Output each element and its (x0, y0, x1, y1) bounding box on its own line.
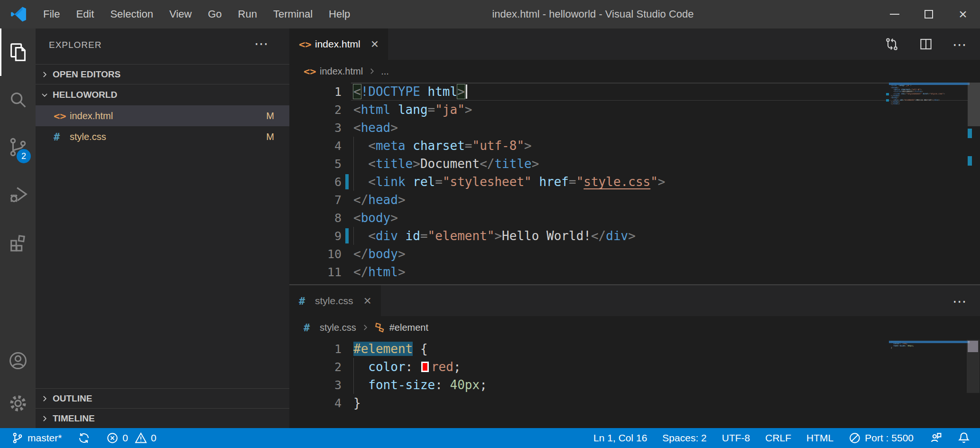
menu-run[interactable]: Run (230, 0, 265, 28)
explorer-more-actions-button[interactable]: ⋯ (254, 35, 269, 52)
explorer-activity-button[interactable] (0, 28, 36, 76)
line-number[interactable]: 11 (289, 265, 342, 279)
open-changes-icon[interactable] (884, 37, 899, 52)
line-number[interactable]: 6 (289, 175, 342, 189)
editor-more-actions-button[interactable]: ⋯ (952, 293, 968, 309)
chevron-right-icon (40, 70, 49, 79)
line-number[interactable]: 4 (289, 396, 342, 410)
line-number[interactable]: 10 (289, 247, 342, 261)
run-debug-activity-button[interactable] (0, 171, 36, 218)
menu-edit[interactable]: Edit (68, 0, 102, 28)
language-mode-status[interactable]: HTML (806, 432, 833, 444)
tab-style-css[interactable]: # style.css × (289, 285, 381, 317)
code-line-5[interactable]: 5 <title>Document</title> (289, 155, 980, 173)
encoding-status[interactable]: UTF-8 (722, 432, 750, 444)
breadcrumb-file[interactable]: style.css (320, 322, 356, 333)
tab-close-icon[interactable]: × (364, 294, 371, 308)
minimize-button[interactable] (878, 0, 912, 28)
menu-file[interactable]: File (35, 0, 68, 28)
title-bar: FileEditSelectionViewGoRunTerminalHelp i… (0, 0, 980, 28)
code-text: <body> (353, 209, 398, 227)
code-line-11[interactable]: 11</html> (289, 263, 980, 281)
line-number[interactable]: 8 (289, 211, 342, 225)
timeline-section-header[interactable]: TIMELINE (36, 408, 289, 428)
scrollbar-slider[interactable] (968, 341, 978, 352)
outline-section-header[interactable]: OUTLINE (36, 388, 289, 408)
sync-button[interactable] (78, 432, 90, 444)
menu-view[interactable]: View (161, 0, 200, 28)
file-row-index.html[interactable]: <>index.htmlM (36, 105, 289, 126)
line-number[interactable]: 3 (289, 378, 342, 392)
split-editor-icon[interactable] (918, 37, 934, 52)
menu-terminal[interactable]: Terminal (265, 0, 321, 28)
code-line-6[interactable]: 6 <link rel="stylesheet" href="style.css… (289, 173, 980, 191)
line-number[interactable]: 1 (289, 85, 342, 99)
code-line-2[interactable]: 2 color: red; (289, 358, 980, 376)
source-control-activity-button[interactable]: 2 (0, 123, 36, 171)
minimap-modified-mark (886, 99, 889, 102)
code-line-1[interactable]: 1<!DOCTYPE html> (289, 83, 980, 101)
line-number[interactable]: 2 (289, 103, 342, 117)
line-number[interactable]: 2 (289, 360, 342, 374)
minimap-current-line (889, 341, 970, 343)
top-breadcrumb: <> index.html ... (289, 60, 980, 83)
cursor-position-status[interactable]: Ln 1, Col 16 (593, 432, 647, 444)
feedback-button[interactable] (929, 431, 942, 445)
line-number[interactable]: 4 (289, 139, 342, 153)
menu-go[interactable]: Go (200, 0, 230, 28)
code-text: <html lang="ja"> (353, 101, 472, 119)
tab-index-html[interactable]: <> index.html × (289, 28, 388, 60)
tab-label: index.html (315, 38, 361, 50)
feedback-smiley-icon (929, 431, 942, 445)
code-line-3[interactable]: 3<head> (289, 119, 980, 137)
code-line-4[interactable]: 4} (289, 394, 980, 412)
line-number[interactable]: 1 (289, 342, 342, 356)
extensions-activity-button[interactable] (0, 218, 36, 266)
code-line-7[interactable]: 7</head> (289, 191, 980, 209)
close-button[interactable]: × (946, 0, 980, 28)
git-modified-badge: M (266, 111, 274, 121)
eol-status[interactable]: CRLF (765, 432, 791, 444)
breadcrumb-symbol[interactable]: #element (389, 322, 428, 333)
settings-button[interactable] (0, 380, 36, 427)
breadcrumb-file[interactable]: index.html (320, 66, 363, 77)
file-row-style.css[interactable]: #style.cssM (36, 126, 289, 147)
breadcrumb-tail[interactable]: ... (381, 66, 389, 77)
code-text: <head> (353, 119, 398, 137)
scrollbar-slider[interactable] (968, 83, 980, 126)
color-swatch[interactable] (421, 362, 429, 372)
code-text: <link rel="stylesheet" href="style.css"> (353, 173, 666, 191)
code-line-10[interactable]: 10</body> (289, 245, 980, 263)
code-line-4[interactable]: 4 <meta charset="utf-8"> (289, 137, 980, 155)
html-code-editor[interactable]: 1<!DOCTYPE html>2<html lang="ja">3<head>… (289, 83, 980, 281)
line-number[interactable]: 3 (289, 121, 342, 135)
folder-section-header[interactable]: HELLOWORLD (36, 84, 289, 105)
indentation-status[interactable]: Spaces: 2 (662, 432, 706, 444)
code-line-3[interactable]: 3 font-size: 40px; (289, 376, 980, 394)
maximize-icon (925, 10, 933, 19)
code-line-1[interactable]: 1#element { (289, 340, 980, 358)
search-activity-button[interactable] (0, 76, 36, 123)
open-editors-section-header[interactable]: OPEN EDITORS (36, 64, 289, 84)
menu-help[interactable]: Help (321, 0, 358, 28)
maximize-button[interactable] (912, 0, 946, 28)
notifications-button[interactable] (957, 431, 971, 445)
code-line-9[interactable]: 9 <div id="element">Hello World!</div> (289, 227, 980, 245)
problems-status[interactable]: 0 0 (106, 432, 156, 444)
menu-selection[interactable]: Selection (102, 0, 161, 28)
line-number[interactable]: 9 (289, 229, 342, 243)
minimap-current-line (889, 83, 970, 85)
live-server-port-status[interactable]: Port : 5500 (849, 432, 914, 444)
line-number[interactable]: 7 (289, 193, 342, 207)
git-branch-status[interactable]: master* (11, 432, 62, 444)
chevron-right-icon (361, 323, 370, 332)
chevron-down-icon (40, 91, 49, 99)
account-button[interactable] (0, 337, 36, 384)
css-code-editor[interactable]: 1#element {2 color: red;3 font-size: 40p… (289, 340, 980, 412)
code-line-2[interactable]: 2<html lang="ja"> (289, 101, 980, 119)
editor-more-actions-button[interactable]: ⋯ (952, 36, 968, 53)
line-number[interactable]: 5 (289, 157, 342, 171)
code-line-8[interactable]: 8<body> (289, 209, 980, 227)
tab-close-icon[interactable]: × (371, 37, 379, 51)
minimap[interactable]: <!DOCTYPE html><html lang="ja"><head> <m… (891, 83, 968, 105)
